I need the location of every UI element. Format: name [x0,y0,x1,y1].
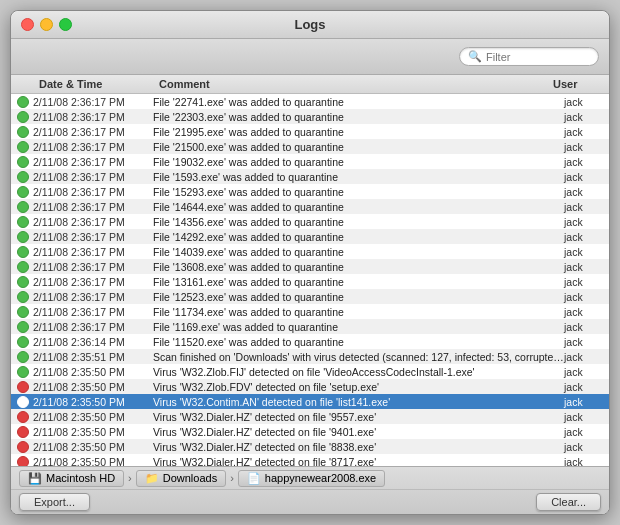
table-row[interactable]: 2/11/08 2:35:50 PM Virus 'W32.Zlob.FDV' … [11,379,609,394]
cell-user: jack [564,111,609,123]
table-row[interactable]: 2/11/08 2:36:17 PM File '13608.exe' was … [11,259,609,274]
cell-user: jack [564,306,609,318]
window-title: Logs [294,17,325,32]
table-body[interactable]: 2/11/08 2:36:17 PM File '22741.exe' was … [11,94,609,466]
status-icon [17,186,29,198]
cell-datetime: 2/11/08 2:36:17 PM [33,141,153,153]
cell-comment: File '12523.exe' was added to quarantine [153,291,564,303]
export-button[interactable]: Export... [19,493,90,511]
table-row[interactable]: 2/11/08 2:36:17 PM File '11734.exe' was … [11,304,609,319]
table-row[interactable]: 2/11/08 2:35:50 PM Virus 'W32.Dialer.HZ'… [11,424,609,439]
table-row[interactable]: 2/11/08 2:35:50 PM Virus 'W32.Dialer.HZ'… [11,439,609,454]
cell-comment: File '13161.exe' was added to quarantine [153,276,564,288]
header-comment: Comment [155,78,549,90]
table-row[interactable]: 2/11/08 2:36:17 PM File '1593.exe' was a… [11,169,609,184]
cell-user: jack [564,381,609,393]
breadcrumb-label: Macintosh HD [46,472,115,484]
status-icon [17,171,29,183]
table-row[interactable]: 2/11/08 2:36:17 PM File '14292.exe' was … [11,229,609,244]
status-icon [17,426,29,438]
cell-comment: File '15293.exe' was added to quarantine [153,186,564,198]
status-icon [17,321,29,333]
table-row[interactable]: 2/11/08 2:36:17 PM File '1169.exe' was a… [11,319,609,334]
cell-datetime: 2/11/08 2:35:50 PM [33,396,153,408]
cell-user: jack [564,231,609,243]
cell-datetime: 2/11/08 2:35:50 PM [33,441,153,453]
cell-datetime: 2/11/08 2:35:50 PM [33,381,153,393]
cell-comment: Virus 'W32.Dialer.HZ' detected on file '… [153,411,564,423]
status-icon [17,96,29,108]
folder-icon: 📄 [247,472,261,485]
table-row[interactable]: 2/11/08 2:36:17 PM File '13161.exe' was … [11,274,609,289]
table-row[interactable]: 2/11/08 2:35:51 PM Scan finished on 'Dow… [11,349,609,364]
cell-datetime: 2/11/08 2:36:17 PM [33,111,153,123]
table-row[interactable]: 2/11/08 2:36:17 PM File '14356.exe' was … [11,214,609,229]
table-row[interactable]: 2/11/08 2:36:14 PM File '11520.exe' was … [11,334,609,349]
close-button[interactable] [21,18,34,31]
breadcrumb-item[interactable]: 📁Downloads [136,470,226,487]
cell-user: jack [564,456,609,467]
cell-user: jack [564,321,609,333]
table-row[interactable]: 2/11/08 2:36:17 PM File '12523.exe' was … [11,289,609,304]
cell-datetime: 2/11/08 2:35:50 PM [33,366,153,378]
button-bar: Export... Clear... [11,490,609,514]
cell-comment: File '14039.exe' was added to quarantine [153,246,564,258]
table-row[interactable]: 2/11/08 2:36:17 PM File '15293.exe' was … [11,184,609,199]
folder-icon: 💾 [28,472,42,485]
cell-user: jack [564,411,609,423]
cell-user: jack [564,366,609,378]
cell-datetime: 2/11/08 2:36:17 PM [33,246,153,258]
breadcrumb-item[interactable]: 💾Macintosh HD [19,470,124,487]
table-row[interactable]: 2/11/08 2:35:50 PM Virus 'W32.Dialer.HZ'… [11,454,609,466]
cell-user: jack [564,186,609,198]
cell-comment: File '21995.exe' was added to quarantine [153,126,564,138]
cell-user: jack [564,216,609,228]
minimize-button[interactable] [40,18,53,31]
cell-comment: File '11520.exe' was added to quarantine [153,336,564,348]
cell-datetime: 2/11/08 2:35:50 PM [33,426,153,438]
cell-datetime: 2/11/08 2:36:17 PM [33,291,153,303]
table-row[interactable]: 2/11/08 2:35:50 PM Virus 'W32.Dialer.HZ'… [11,409,609,424]
cell-datetime: 2/11/08 2:36:17 PM [33,201,153,213]
table-row[interactable]: 2/11/08 2:36:17 PM File '21995.exe' was … [11,124,609,139]
status-icon [17,291,29,303]
table-row[interactable]: 2/11/08 2:36:17 PM File '14039.exe' was … [11,244,609,259]
table-row[interactable]: 2/11/08 2:36:17 PM File '22303.exe' was … [11,109,609,124]
status-icon [17,351,29,363]
content-area: Date & Time Comment User 2/11/08 2:36:17… [11,75,609,466]
cell-comment: File '22741.exe' was added to quarantine [153,96,564,108]
status-icon [17,441,29,453]
table-row[interactable]: 2/11/08 2:36:17 PM File '22741.exe' was … [11,94,609,109]
breadcrumb-separator: › [230,472,234,484]
cell-datetime: 2/11/08 2:36:17 PM [33,321,153,333]
cell-comment: File '14644.exe' was added to quarantine [153,201,564,213]
cell-user: jack [564,126,609,138]
table-row[interactable]: 2/11/08 2:36:17 PM File '21500.exe' was … [11,139,609,154]
cell-comment: File '22303.exe' was added to quarantine [153,111,564,123]
cell-user: jack [564,141,609,153]
cell-user: jack [564,201,609,213]
maximize-button[interactable] [59,18,72,31]
search-box[interactable]: 🔍 [459,47,599,66]
table-row[interactable]: 2/11/08 2:35:50 PM Virus 'W32.Zlob.FIJ' … [11,364,609,379]
cell-comment: Virus 'W32.Dialer.HZ' detected on file '… [153,426,564,438]
table-row[interactable]: 2/11/08 2:35:50 PM Virus 'W32.Contim.AN'… [11,394,609,409]
clear-button[interactable]: Clear... [536,493,601,511]
status-icon [17,246,29,258]
cell-datetime: 2/11/08 2:36:17 PM [33,186,153,198]
status-icon [17,261,29,273]
status-icon [17,126,29,138]
cell-comment: File '21500.exe' was added to quarantine [153,141,564,153]
breadcrumb-item[interactable]: 📄happynewear2008.exe [238,470,385,487]
cell-comment: File '1169.exe' was added to quarantine [153,321,564,333]
status-icon [17,381,29,393]
cell-datetime: 2/11/08 2:36:17 PM [33,96,153,108]
cell-user: jack [564,396,609,408]
header-icon-col [11,78,35,90]
table-header: Date & Time Comment User [11,75,609,94]
table-row[interactable]: 2/11/08 2:36:17 PM File '14644.exe' was … [11,199,609,214]
traffic-lights [21,18,72,31]
table-row[interactable]: 2/11/08 2:36:17 PM File '19032.exe' was … [11,154,609,169]
search-input[interactable] [486,51,590,63]
cell-datetime: 2/11/08 2:35:50 PM [33,411,153,423]
